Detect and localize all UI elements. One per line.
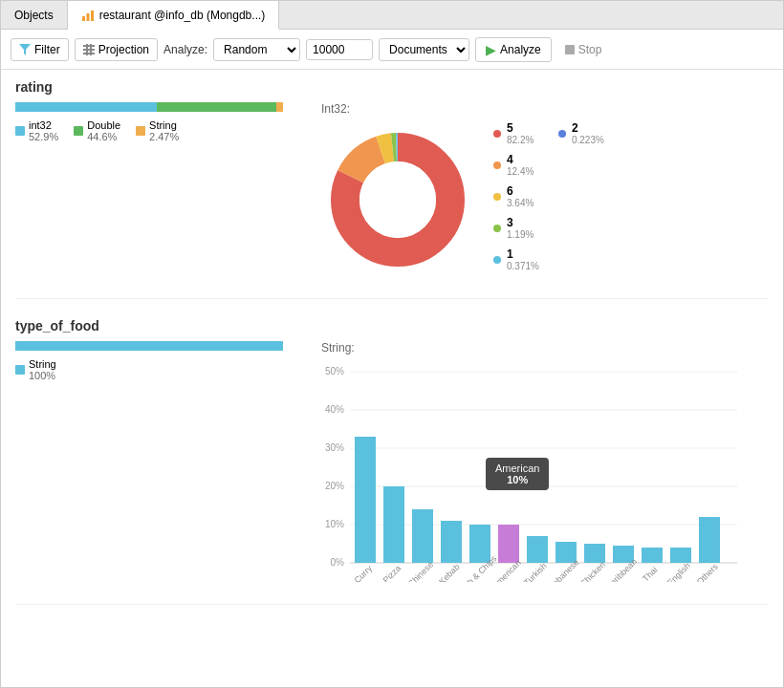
main-window: Objects restaurant @info_db (Mongdb...) … [0,0,784,688]
legend-val-5: 5 [507,121,513,135]
food-bar-string [15,341,283,351]
legend-dot-4 [493,161,501,169]
svg-text:Pizza: Pizza [381,564,403,582]
filter-button[interactable]: Filter [11,38,69,61]
legend-val-2: 2 [572,121,578,135]
svg-rect-6 [83,53,95,54]
donut-legend-col1: 5 82.2% 4 12.4% [493,102,539,279]
svg-text:20%: 20% [325,481,344,491]
legend-pct-1: 0.371% [507,261,539,271]
rating-bar-string [276,102,283,112]
svg-text:Curry: Curry [353,563,375,582]
tab-db-label: restaurant @info_db (Mongdb...) [99,9,266,22]
food-legend-string: String 100% [15,358,56,381]
legend-6: 6 3.64% [493,184,539,208]
analyze-button[interactable]: ▶ Analyze [475,37,552,62]
bar-pizza[interactable] [383,486,404,563]
bar-chicken[interactable] [584,544,605,563]
legend-val-6: 6 [507,184,513,198]
legend-dot-2 [558,130,566,138]
rating-bar-int32 [15,102,157,112]
content-area: rating int32 52.9% [1,70,783,687]
rating-donut-chart [321,123,474,276]
analyze-unit-select[interactable]: Documents Percent [379,38,469,61]
projection-label: Projection [98,43,149,56]
bar-turkish[interactable] [527,536,548,563]
food-type-label: String: [321,341,769,355]
tab-objects[interactable]: Objects [1,1,68,30]
svg-text:Turkish: Turkish [522,561,549,582]
legend-dot-string [136,126,145,136]
type-of-food-title: type_of_food [15,318,769,333]
analyze-method-select[interactable]: Random Sequential Stratified [213,38,300,61]
legend-string: String 2.47% [136,119,179,142]
svg-text:Thai: Thai [641,565,659,582]
projection-button[interactable]: Projection [75,38,158,61]
stop-btn-label: Stop [578,43,602,56]
legend-val-3: 3 [507,216,513,229]
legend-pct-3: 1.19% [507,229,534,240]
svg-point-15 [359,161,436,238]
food-legend-string-pct: 100% [29,370,56,381]
tab-objects-label: Objects [14,9,54,22]
food-bar-chart-wrapper: 50% 40% 30% 20% 10% 0% [321,362,769,585]
analyze-count-input[interactable] [306,39,373,60]
bar-american[interactable] [498,525,519,563]
legend-4: 4 12.4% [493,153,539,177]
svg-text:0%: 0% [331,557,345,568]
chart-icon [81,9,95,22]
legend-val-4: 4 [507,153,513,166]
svg-rect-7 [86,44,88,55]
stop-icon [565,45,575,54]
legend-int32-pct: 52.9% [29,131,58,142]
svg-rect-1 [86,13,89,21]
rating-section: rating int32 52.9% [15,79,769,299]
bar-kebab[interactable] [441,521,462,563]
legend-dot-3 [493,225,501,232]
legend-pct-2: 0.223% [572,135,604,145]
legend-pct-6: 3.64% [507,198,534,208]
bar-curry[interactable] [355,437,376,563]
legend-pct-4: 12.4% [507,166,534,177]
legend-1: 1 0.371% [493,247,539,271]
svg-text:Others: Others [695,561,721,582]
bar-chinese[interactable] [412,509,433,563]
legend-dot-double [74,126,83,136]
tab-db[interactable]: restaurant @info_db (Mongdb...) [68,1,280,30]
legend-5: 5 82.2% [493,121,539,145]
legend-dot-int32 [15,126,25,136]
bar-others[interactable] [699,517,720,563]
rating-left: int32 52.9% Double 44.6% [15,102,302,279]
legend-int32-label: int32 [29,119,52,131]
svg-rect-5 [83,49,95,51]
food-chart-area: String: 50% 40% 30% [321,341,769,585]
svg-text:10%: 10% [325,519,344,529]
rating-type-legend: int32 52.9% Double 44.6% [15,119,302,142]
rating-right: Int32: [321,102,769,279]
svg-marker-3 [19,44,31,55]
stop-button[interactable]: Stop [557,39,610,60]
legend-3: 3 1.19% [493,216,539,240]
legend-dot-5 [493,130,501,138]
svg-text:40%: 40% [325,404,344,415]
legend-2: 2 0.223% [558,121,604,145]
food-type-bars [15,341,283,351]
rating-type-label: Int32: [321,102,474,116]
legend-double-pct: 44.6% [87,131,120,142]
bar-thai[interactable] [642,548,663,563]
legend-dot-6 [493,193,501,201]
filter-label: Filter [34,43,60,56]
rating-layout: int32 52.9% Double 44.6% [15,102,769,279]
food-left: String 100% [15,341,302,585]
svg-text:English: English [665,561,692,582]
legend-int32: int32 52.9% [15,119,58,142]
toolbar: Filter Projection Analyze: Random Sequen… [1,30,783,70]
analyze-btn-label: Analyze [500,43,541,56]
svg-rect-2 [91,11,94,21]
donut-legend-col2: 2 0.223% [558,102,604,279]
food-layout: String 100% String: 50% [15,341,769,585]
rating-chart-area: Int32: [321,102,474,279]
legend-string-pct: 2.47% [149,131,179,142]
bar-english[interactable] [670,548,691,563]
legend-string-label: String [149,119,177,131]
